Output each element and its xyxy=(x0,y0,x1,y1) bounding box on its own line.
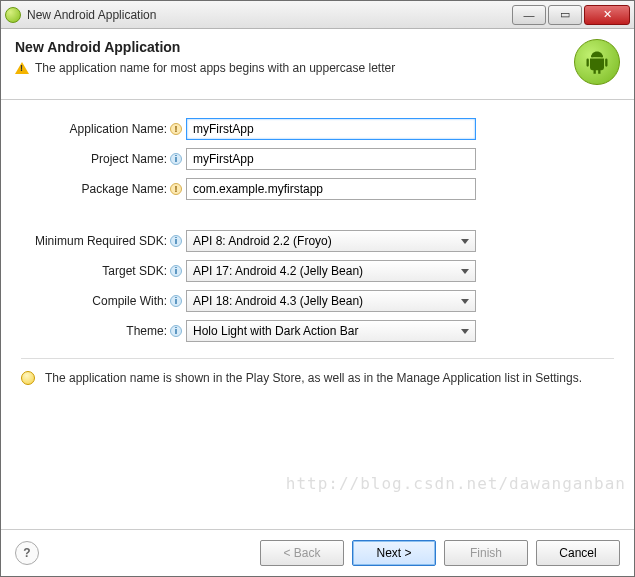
info-icon: i xyxy=(170,325,182,337)
warning-badge-icon: ! xyxy=(170,183,182,195)
close-button[interactable]: ✕ xyxy=(584,5,630,25)
divider xyxy=(21,358,614,359)
warning-icon xyxy=(15,62,29,74)
warning-row: The application name for most apps begin… xyxy=(15,61,574,75)
dialog-content: Application Name: ! Project Name: i Pack… xyxy=(1,100,634,529)
watermark: http://blog.csdn.net/dawanganban xyxy=(286,474,626,493)
target-sdk-select[interactable]: API 17: Android 4.2 (Jelly Bean) xyxy=(186,260,476,282)
warning-badge-icon: ! xyxy=(170,123,182,135)
dialog-header: New Android Application The application … xyxy=(1,29,634,100)
theme-select[interactable]: Holo Light with Dark Action Bar xyxy=(186,320,476,342)
window-title: New Android Application xyxy=(27,8,510,22)
min-sdk-label: Minimum Required SDK: i xyxy=(21,234,186,248)
chevron-down-icon xyxy=(461,329,469,334)
info-icon: i xyxy=(170,235,182,247)
header-text: New Android Application The application … xyxy=(15,39,574,75)
info-icon: i xyxy=(170,265,182,277)
compile-with-label: Compile With: i xyxy=(21,294,186,308)
package-name-label: Package Name: ! xyxy=(21,182,186,196)
chevron-down-icon xyxy=(461,299,469,304)
lightbulb-icon xyxy=(21,371,35,385)
app-icon xyxy=(5,7,21,23)
min-sdk-select[interactable]: API 8: Android 2.2 (Froyo) xyxy=(186,230,476,252)
svg-rect-3 xyxy=(605,59,607,67)
compile-with-select[interactable]: API 18: Android 4.3 (Jelly Bean) xyxy=(186,290,476,312)
app-name-label: Application Name: ! xyxy=(21,122,186,136)
window-controls: — ▭ ✕ xyxy=(510,5,630,25)
svg-rect-2 xyxy=(587,59,589,67)
next-button[interactable]: Next > xyxy=(352,540,436,566)
hint-row: The application name is shown in the Pla… xyxy=(21,369,614,387)
cancel-button[interactable]: Cancel xyxy=(536,540,620,566)
chevron-down-icon xyxy=(461,239,469,244)
project-name-input[interactable] xyxy=(186,148,476,170)
project-name-label: Project Name: i xyxy=(21,152,186,166)
android-logo-icon xyxy=(574,39,620,85)
dialog-window: New Android Application — ▭ ✕ New Androi… xyxy=(0,0,635,577)
minimize-button[interactable]: — xyxy=(512,5,546,25)
info-icon: i xyxy=(170,153,182,165)
theme-label: Theme: i xyxy=(21,324,186,338)
app-name-input[interactable] xyxy=(186,118,476,140)
package-name-input[interactable] xyxy=(186,178,476,200)
chevron-down-icon xyxy=(461,269,469,274)
form-grid: Application Name: ! Project Name: i Pack… xyxy=(21,118,614,342)
dialog-footer: ? < Back Next > Finish Cancel xyxy=(1,529,634,576)
maximize-button[interactable]: ▭ xyxy=(548,5,582,25)
titlebar: New Android Application — ▭ ✕ xyxy=(1,1,634,29)
dialog-title: New Android Application xyxy=(15,39,574,55)
help-button[interactable]: ? xyxy=(15,541,39,565)
info-icon: i xyxy=(170,295,182,307)
finish-button[interactable]: Finish xyxy=(444,540,528,566)
warning-text: The application name for most apps begin… xyxy=(35,61,395,75)
back-button[interactable]: < Back xyxy=(260,540,344,566)
hint-text: The application name is shown in the Pla… xyxy=(45,369,582,387)
target-sdk-label: Target SDK: i xyxy=(21,264,186,278)
